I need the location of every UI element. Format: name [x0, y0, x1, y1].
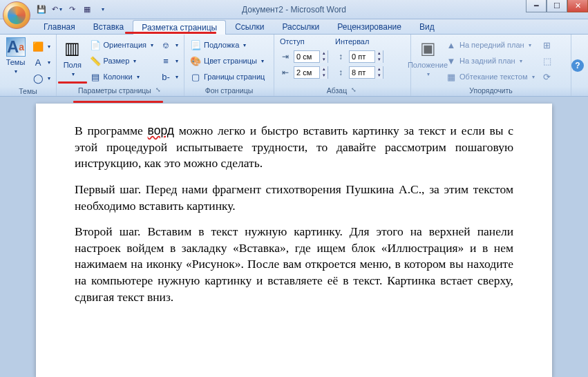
indent-right-input[interactable]: [294, 68, 319, 77]
spacing-before-row: ↕ ▴▾: [335, 49, 383, 64]
close-button[interactable]: ✕: [567, 0, 588, 12]
paragraph-1[interactable]: В программе ворд можно легко и быстро вс…: [75, 123, 513, 172]
qat-customize[interactable]: ▾: [95, 3, 109, 17]
size-icon: 📏: [90, 55, 101, 66]
spin-up[interactable]: ▴: [319, 66, 328, 72]
theme-effects-button[interactable]: ◯▾: [30, 70, 53, 86]
group-arrange: ▣ Положение▾ ▲На передний план▾ ▼На задн…: [411, 35, 571, 96]
spin-down[interactable]: ▾: [374, 72, 383, 79]
spacing-after-spinner[interactable]: ▴▾: [349, 66, 383, 79]
position-button[interactable]: ▣ Положение▾: [414, 36, 442, 79]
ribbon-right: ?: [571, 35, 588, 96]
group-label-themes: Темы: [3, 86, 53, 96]
page-color-button[interactable]: 🎨Цвет страницы▾: [187, 53, 267, 68]
orientation-icon: 📄: [90, 39, 101, 50]
tab-view[interactable]: Вид: [410, 19, 444, 34]
annotation-underline: [73, 101, 163, 103]
ribbon-tabs: Главная Вставка Разметка страницы Ссылки…: [0, 19, 588, 35]
document-area: В программе ворд можно легко и быстро вс…: [0, 97, 588, 377]
tab-home[interactable]: Главная: [35, 19, 84, 34]
spin-up[interactable]: ▴: [319, 50, 328, 57]
group-page-setup: ▥ Поля▾ 📄Ориентация▾ 📏Размер▾ ▤Колонки▾ …: [57, 35, 184, 96]
chevron-down-icon: ▾: [137, 74, 140, 80]
text-wrap-button[interactable]: ▦Обтекание текстом▾: [443, 69, 538, 84]
chevron-down-icon: ▾: [176, 58, 178, 64]
chevron-down-icon: ▾: [48, 59, 50, 66]
send-back-button[interactable]: ▼На задний план▾: [443, 53, 538, 68]
themes-button[interactable]: Aa Темы▾: [3, 36, 28, 77]
spin-up[interactable]: ▴: [374, 66, 383, 72]
group-themes: Aa Темы▾ 🟧▾ A▾ ◯▾ Темы: [0, 35, 57, 96]
size-button[interactable]: 📏Размер▾: [87, 53, 156, 68]
margins-label: Поля▾: [64, 61, 82, 78]
group-paragraph: Отступ ⇥ ▴▾ ⇤ ▴▾ Интервал ↕ ▴▾ ↕ ▴▾: [274, 35, 411, 96]
hyphenation-icon: b-: [160, 71, 171, 82]
theme-fonts-button[interactable]: A▾: [30, 55, 53, 70]
titlebar: 💾 ↶▾ ↷ ▦ ▾ Документ2 - Microsoft Word ━ …: [0, 0, 588, 19]
group-label-arrange: Упорядочить: [414, 85, 568, 96]
spelling-error[interactable]: ворд: [148, 124, 174, 137]
columns-button[interactable]: ▤Колонки▾: [87, 69, 156, 84]
chevron-down-icon: ▾: [48, 44, 50, 50]
indent-left-row: ⇥ ▴▾: [280, 49, 328, 64]
chevron-down-icon: ▾: [59, 6, 62, 12]
hyphenation-button[interactable]: b-▾: [158, 69, 181, 84]
spacing-before-spinner[interactable]: ▴▾: [349, 50, 383, 63]
paragraph-launcher[interactable]: ⤡: [350, 86, 358, 95]
chevron-down-icon: ▾: [529, 42, 531, 48]
undo-button[interactable]: ↶▾: [50, 3, 64, 17]
margins-icon: ▥: [61, 37, 84, 59]
grid-icon: ▦: [84, 5, 91, 14]
orientation-button[interactable]: 📄Ориентация▾: [87, 37, 156, 52]
help-button[interactable]: ?: [571, 59, 584, 72]
redo-icon: ↷: [69, 5, 75, 14]
chevron-down-icon: ▾: [176, 42, 178, 48]
chevron-down-icon: ▾: [261, 58, 264, 64]
group-label-page-bg: Фон страницы: [187, 85, 271, 96]
redo-button[interactable]: ↷: [65, 3, 79, 17]
minimize-button[interactable]: ━: [526, 0, 547, 12]
tab-review[interactable]: Рецензирование: [328, 19, 410, 34]
align-icon: ⊞: [542, 39, 553, 50]
indent-left-input[interactable]: [294, 52, 319, 61]
rotate-button[interactable]: ⟳: [539, 69, 556, 84]
paragraph-2[interactable]: Первый шаг. Перед нами фрагмент стихотво…: [75, 182, 513, 214]
spacing-after-row: ↕ ▴▾: [335, 65, 383, 80]
spin-down[interactable]: ▾: [374, 57, 383, 63]
tab-mailings[interactable]: Рассылки: [273, 19, 328, 34]
spin-down[interactable]: ▾: [319, 72, 328, 79]
office-button[interactable]: [3, 1, 30, 29]
chevron-down-icon: ▾: [151, 42, 153, 48]
group-page-background: 📃Подложка▾ 🎨Цвет страницы▾ ▢Границы стра…: [184, 35, 274, 96]
annotation-underline: [58, 81, 87, 84]
columns-icon: ▤: [90, 71, 101, 82]
margins-button[interactable]: ▥ Поля▾: [59, 36, 86, 79]
indent-right-spinner[interactable]: ▴▾: [294, 66, 328, 79]
tab-references[interactable]: Ссылки: [226, 19, 273, 34]
bring-front-button[interactable]: ▲На передний план▾: [443, 37, 538, 52]
page-setup-launcher[interactable]: ⤡: [154, 86, 162, 95]
chevron-down-icon: ▾: [532, 74, 535, 80]
paragraph-3[interactable]: Второй шаг. Вставим в текст нужную карти…: [75, 224, 513, 305]
position-icon: ▣: [417, 37, 439, 59]
group-icon: ⬚: [542, 55, 553, 66]
theme-colors-button[interactable]: 🟧▾: [30, 39, 53, 54]
chevron-down-icon: ▾: [176, 74, 178, 80]
maximize-button[interactable]: ☐: [547, 0, 567, 12]
spacing-before-input[interactable]: [350, 52, 374, 61]
undo-icon: ↶: [52, 5, 58, 14]
line-numbers-button[interactable]: ≡▾: [158, 53, 181, 68]
rotate-icon: ⟳: [542, 71, 553, 82]
align-button[interactable]: ⊞: [539, 37, 556, 52]
page-borders-button[interactable]: ▢Границы страниц: [187, 69, 267, 84]
spacing-after-input[interactable]: [350, 68, 374, 77]
qat-extra-button[interactable]: ▦: [80, 3, 94, 17]
indent-left-spinner[interactable]: ▴▾: [294, 50, 328, 63]
spin-up[interactable]: ▴: [374, 50, 383, 57]
save-button[interactable]: 💾: [35, 3, 48, 17]
page[interactable]: В программе ворд можно легко и быстро вс…: [36, 104, 552, 377]
group-objects-button[interactable]: ⬚: [539, 53, 556, 68]
breaks-button[interactable]: ⎊▾: [158, 37, 181, 52]
watermark-button[interactable]: 📃Подложка▾: [187, 37, 267, 52]
spin-down[interactable]: ▾: [319, 57, 328, 63]
